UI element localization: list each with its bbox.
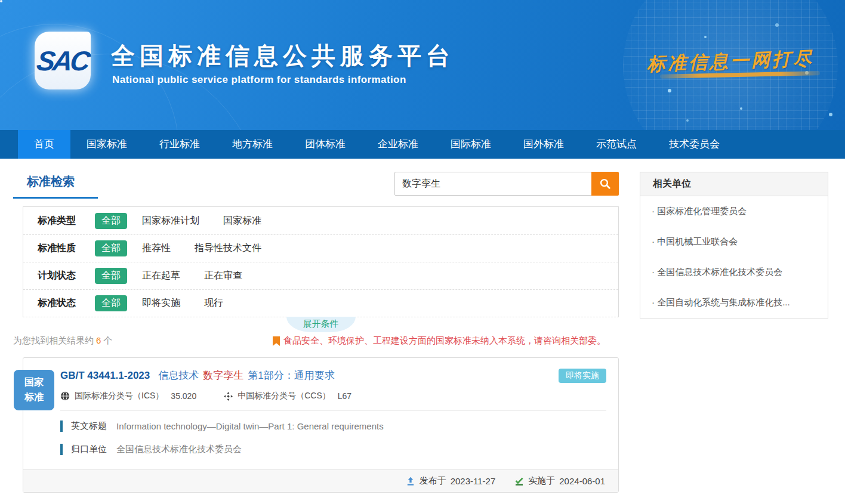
filter-label: 标准类型 (38, 215, 95, 227)
nav-item-foreign-standards[interactable]: 国外标准 (507, 130, 580, 159)
search-input[interactable] (394, 172, 592, 196)
nav-item-technical-committee[interactable]: 技术委员会 (653, 130, 736, 159)
sidebar: 相关单位 国家标准化管理委员会 中国机械工业联合会 全国信息技术标准化技术委员会… (640, 172, 828, 319)
standard-result-card: 国家 标准 GB/T 43441.1-2023信息技术数字孪生第1部分：通用要求… (23, 357, 619, 493)
published-label: 发布于 (420, 475, 446, 487)
filter-row-standard-status: 标准状态 全部 即将实施 现行 (23, 289, 618, 317)
nav-item-group-standards[interactable]: 团体标准 (289, 130, 362, 159)
nav-item-industry-standards[interactable]: 行业标准 (143, 130, 216, 159)
section-title-tab: 标准检索 (13, 172, 98, 199)
nav-item-home[interactable]: 首页 (18, 130, 70, 159)
filter-row-plan-status: 计划状态 全部 正在起草 正在审查 (23, 262, 618, 289)
card-footer: 发布于 2023-11-27 实施于 2024-06-01 (23, 469, 618, 492)
ics-label: 国际标准分类号（ICS） (75, 391, 164, 401)
field-label: 归口单位 (71, 444, 107, 455)
main-column: 标准检索 标准类型 全部 国家标准计划 国家标准 (13, 172, 619, 493)
decor-sparkles (0, 0, 2, 2)
filter-option[interactable]: 正在审查 (204, 270, 242, 282)
search-row: 标准检索 (13, 172, 619, 199)
implemented-label: 实施于 (528, 475, 555, 487)
implemented-date-item: 实施于 2024-06-01 (514, 475, 605, 487)
site-header: SAC 全国标准信息公共服务平台 National public service… (0, 0, 845, 130)
sidebar-item-automation-committee[interactable]: 全国自动化系统与集成标准化技... (640, 287, 828, 318)
site-subtitle: National public service platform for sta… (112, 74, 406, 86)
filter-option[interactable]: 推荐性 (142, 242, 171, 255)
implement-check-icon (514, 477, 524, 486)
badge-line-1: 国家 (24, 375, 44, 390)
filter-option[interactable]: 指导性技术文件 (195, 242, 261, 255)
page-title: 标准检索 (27, 175, 75, 188)
ics-meta: 国际标准分类号（ICS） 35.020 (60, 391, 196, 401)
ccs-value: L67 (338, 391, 351, 401)
standard-code: GB/T 43441.1-2023 (60, 370, 150, 381)
title-pre: 信息技术 (158, 370, 199, 381)
filter-all-badge[interactable]: 全部 (95, 268, 127, 284)
globe-icon (60, 391, 70, 401)
field-label: 英文标题 (71, 420, 107, 432)
filter-option[interactable]: 现行 (204, 297, 223, 310)
filter-all-badge[interactable]: 全部 (95, 213, 127, 229)
filter-row-standard-type: 标准类型 全部 国家标准计划 国家标准 (23, 207, 618, 234)
related-units-panel: 相关单位 国家标准化管理委员会 中国机械工业联合会 全国信息技术标准化技术委员会… (640, 172, 828, 319)
result-count-prefix: 为您找到相关结果约 (13, 335, 94, 345)
filter-label: 计划状态 (38, 270, 95, 282)
search-button[interactable] (591, 172, 619, 196)
field-english-title: 英文标题 Information technology—Digital twin… (60, 420, 606, 432)
sidebar-item-machinery-federation[interactable]: 中国机械工业联合会 (640, 227, 828, 257)
filter-row-standard-nature: 标准性质 全部 推荐性 指导性技术文件 (23, 234, 618, 262)
nav-item-local-standards[interactable]: 地方标准 (216, 130, 289, 159)
filter-option[interactable]: 即将实施 (142, 297, 180, 310)
ccs-meta: 中国标准分类号（CCS） L67 (224, 391, 351, 401)
filter-option[interactable]: 正在起草 (142, 270, 180, 282)
filter-label: 标准状态 (38, 297, 95, 310)
search-icon (599, 178, 611, 190)
site-title: 全国标准信息公共服务平台 (111, 39, 455, 72)
implemented-date: 2024-06-01 (559, 476, 605, 486)
filter-panel: 标准类型 全部 国家标准计划 国家标准 标准性质 全部 推荐性 指导性技术文件 … (23, 206, 619, 317)
filter-option[interactable]: 国家标准计划 (142, 215, 199, 227)
main-nav: 首页 国家标准 行业标准 地方标准 团体标准 企业标准 国际标准 国外标准 示范… (0, 130, 845, 159)
expand-conditions-button[interactable]: 展开条件 (286, 317, 356, 332)
standard-type-badge: 国家 标准 (14, 370, 54, 410)
status-badge: 即将实施 (559, 369, 606, 383)
sac-logo-text: SAC (35, 45, 91, 77)
title-post: 第1部分：通用要求 (248, 370, 334, 381)
result-count: 为您找到相关结果约6个 (13, 335, 112, 347)
standard-title-link[interactable]: GB/T 43441.1-2023信息技术数字孪生第1部分：通用要求 (60, 369, 335, 382)
sidebar-item-it-committee[interactable]: 全国信息技术标准化技术委员会 (640, 257, 828, 287)
result-count-number: 6 (96, 335, 101, 345)
card-meta-row: 国际标准分类号（ICS） 35.020 中国标准分类号（CCS） L67 (23, 383, 618, 410)
field-value: 全国信息技术标准化技术委员会 (116, 444, 242, 455)
search-group (394, 172, 619, 196)
field-value: Information technology—Digital twin—Part… (116, 421, 384, 431)
ccs-label: 中国标准分类号（CCS） (238, 391, 331, 401)
title-highlight: 数字孪生 (203, 370, 243, 381)
ics-value: 35.020 (171, 391, 196, 401)
publish-upload-icon (406, 477, 415, 486)
system-notice: 食品安全、环境保护、工程建设方面的国家标准未纳入本系统，请咨询相关部委。 (273, 335, 619, 347)
card-fields: 英文标题 Information technology—Digital twin… (23, 411, 618, 469)
result-count-suffix: 个 (103, 335, 112, 345)
bookmark-icon (273, 336, 280, 346)
related-units-title: 相关单位 (640, 172, 828, 196)
result-info-row: 为您找到相关结果约6个 食品安全、环境保护、工程建设方面的国家标准未纳入本系统，… (13, 335, 619, 347)
sac-logo[interactable]: SAC (35, 32, 91, 89)
sidebar-item-sac[interactable]: 国家标准化管理委员会 (640, 196, 828, 227)
field-committee: 归口单位 全国信息技术标准化技术委员会 (60, 444, 606, 455)
card-header: GB/T 43441.1-2023信息技术数字孪生第1部分：通用要求 即将实施 (23, 358, 618, 383)
field-marker-bar (60, 420, 63, 432)
nav-item-pilot[interactable]: 示范试点 (580, 130, 653, 159)
badge-line-2: 标准 (24, 390, 44, 405)
published-date: 2023-11-27 (451, 476, 496, 486)
nav-item-enterprise-standards[interactable]: 企业标准 (362, 130, 434, 159)
filter-option[interactable]: 国家标准 (223, 215, 261, 227)
nav-item-national-standards[interactable]: 国家标准 (70, 130, 143, 159)
filter-all-badge[interactable]: 全部 (95, 240, 127, 256)
compass-icon (224, 392, 233, 401)
published-date-item: 发布于 2023-11-27 (406, 475, 496, 487)
field-marker-bar (60, 444, 63, 455)
filter-all-badge[interactable]: 全部 (95, 295, 127, 311)
nav-item-international-standards[interactable]: 国际标准 (434, 130, 507, 159)
filter-label: 标准性质 (38, 242, 95, 255)
page-content: 标准检索 标准类型 全部 国家标准计划 国家标准 (0, 159, 845, 493)
